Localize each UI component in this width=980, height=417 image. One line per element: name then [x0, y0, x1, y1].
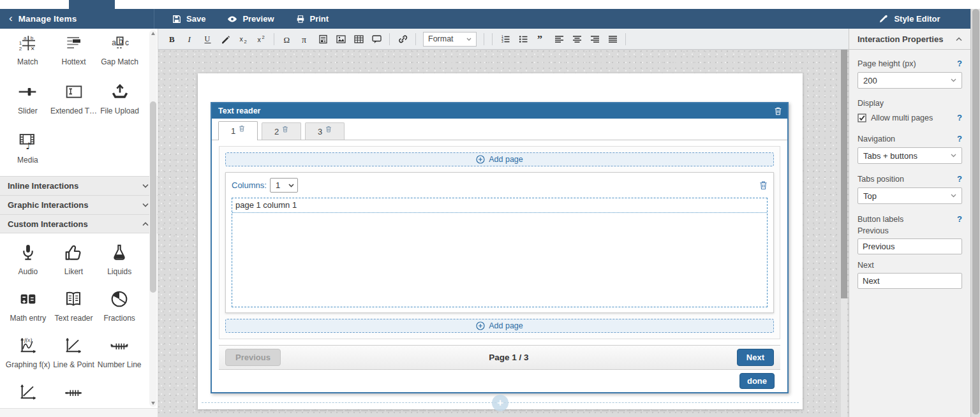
add-page-button-top[interactable]: Add page [225, 152, 774, 166]
columns-select[interactable]: 1 [270, 178, 298, 193]
page-height-help-icon[interactable]: ? [957, 59, 962, 68]
window-scrollbar-thumb[interactable] [972, 9, 979, 414]
align-right-button[interactable] [586, 31, 603, 47]
align-left-button[interactable] [551, 31, 567, 47]
previous-label-input[interactable] [858, 238, 962, 254]
navigation-select[interactable]: Tabs + buttons [858, 147, 962, 164]
palette-item-math-entry[interactable]: Math entry [5, 289, 51, 323]
column-content-zone[interactable]: page 1 column 1 [232, 198, 768, 307]
palette-item-fractions[interactable]: Fractions [96, 289, 142, 323]
page-height-select[interactable]: 200 [858, 72, 962, 89]
delete-column-trash-icon[interactable] [759, 180, 768, 190]
text-reader-widget[interactable]: Text reader 1 2 3 [211, 102, 789, 393]
canvas-scrollbar-thumb[interactable] [841, 50, 847, 298]
blockquote-button[interactable]: ” [533, 31, 549, 47]
add-widget-drop-zone[interactable]: + [202, 402, 799, 403]
column-text-editable[interactable]: page 1 column 1 [232, 198, 767, 213]
interaction-properties-header[interactable]: Interaction Properties [849, 29, 970, 50]
delete-page-trash-icon[interactable] [239, 125, 245, 132]
page-tab-2[interactable]: 2 [262, 122, 301, 140]
palette-item-graphing-fx[interactable]: f(x) Graphing f(x) [5, 335, 51, 369]
link-button[interactable] [394, 31, 411, 47]
add-page-button-bottom[interactable]: Add page [225, 319, 774, 333]
palette-item-hottext[interactable]: Hottext [50, 33, 97, 66]
svg-text:c: c [125, 38, 129, 47]
comment-button[interactable] [368, 31, 385, 47]
section-custom-interactions[interactable]: Custom Interactions [0, 214, 158, 233]
print-label: Print [310, 14, 329, 24]
palette-item-match[interactable]: ab12✕ Match [5, 33, 50, 66]
palette-item-media[interactable]: ♪ Media [5, 131, 50, 165]
next-label-input[interactable] [858, 273, 962, 289]
palette-item-audio[interactable]: Audio [5, 242, 51, 276]
allow-multi-pages-checkbox[interactable] [858, 113, 866, 122]
template-button[interactable] [315, 31, 331, 47]
window-scrollbar[interactable] [970, 9, 980, 417]
tabs-position-select[interactable]: Top [858, 187, 962, 204]
palette-item-text-reader[interactable]: Text reader [51, 289, 97, 323]
tabs-position-help-icon[interactable]: ? [957, 174, 962, 184]
allow-multi-pages-label[interactable]: Allow multi pages [871, 113, 953, 122]
palette-item-number-line[interactable]: Number Line [96, 335, 142, 369]
next-page-button[interactable]: Next [737, 349, 774, 366]
special-character-button[interactable]: Ω [279, 31, 295, 47]
columns-value: 1 [276, 180, 280, 190]
bullet-list-button[interactable] [515, 31, 531, 47]
page-height-value: 200 [863, 76, 877, 85]
palette-item-liquids[interactable]: Liquids [96, 242, 142, 276]
slider-icon [17, 82, 38, 102]
underline-button[interactable]: U [199, 31, 216, 47]
page-tab-3[interactable]: 3 [305, 122, 345, 140]
ordered-list-button[interactable]: 123 [497, 31, 514, 47]
palette-item-line-point[interactable]: Line & Point [51, 335, 97, 369]
section-inline-interactions[interactable]: Inline Interactions [0, 176, 158, 195]
previous-field-label: Previous [858, 226, 962, 235]
table-button[interactable] [350, 31, 367, 47]
scroll-up-arrow-icon[interactable] [151, 32, 155, 35]
palette-item-file-upload[interactable]: File Upload [97, 82, 142, 115]
style-editor-header[interactable]: Style Editor [849, 9, 970, 29]
sidebar-scrollbar[interactable] [149, 30, 157, 407]
print-button[interactable]: Print [296, 14, 329, 24]
italic-button[interactable]: I [181, 31, 198, 47]
svg-text:f(x): f(x) [24, 337, 32, 343]
format-label: Format [428, 34, 454, 43]
navigation-help-icon[interactable]: ? [957, 134, 962, 143]
palette-item-gap-match[interactable]: abc Gap Match [97, 33, 142, 66]
style-editor-panel: Interaction Properties Page height (px) … [849, 29, 970, 417]
interaction-properties-label: Interaction Properties [858, 34, 943, 44]
highlight-pen-button[interactable] [217, 31, 234, 47]
format-dropdown[interactable]: Format [423, 32, 477, 47]
delete-page-trash-icon[interactable] [282, 126, 288, 133]
svg-text:b: b [31, 35, 34, 41]
canvas-scrollbar[interactable] [841, 50, 847, 417]
add-widget-plus-icon[interactable]: + [492, 395, 509, 411]
manage-items-nav[interactable]: ‹ Manage Items [0, 9, 154, 29]
palette-item-likert[interactable]: Likert [51, 242, 97, 276]
math-formula-button[interactable]: π [297, 31, 313, 47]
sidebar-scrollbar-thumb[interactable] [150, 101, 156, 293]
bold-button[interactable]: B [163, 31, 180, 47]
palette-item-extended-text[interactable]: Extended T… [50, 82, 97, 115]
superscript-button[interactable]: x2 [253, 31, 269, 47]
page-tab-1[interactable]: 1 [218, 121, 258, 140]
delete-page-trash-icon[interactable] [325, 126, 332, 133]
display-help-icon[interactable]: ? [957, 113, 962, 122]
palette-item-slider[interactable]: Slider [5, 82, 50, 115]
item-page[interactable]: Text reader 1 2 3 [198, 73, 803, 409]
scroll-down-arrow-icon[interactable] [151, 402, 155, 405]
preview-button[interactable]: Preview [227, 14, 274, 24]
delete-widget-trash-icon[interactable] [774, 106, 782, 115]
button-labels-help-icon[interactable]: ? [957, 214, 962, 224]
image-button[interactable] [332, 31, 349, 47]
section-graphic-interactions[interactable]: Graphic Interactions [0, 195, 158, 214]
pages-container: Add page Columns: 1 [219, 146, 780, 339]
save-button[interactable]: Save [172, 14, 205, 24]
previous-page-button[interactable]: Previous [225, 349, 281, 366]
done-button[interactable]: done [739, 373, 775, 389]
palette-item-label: Likert [64, 267, 83, 276]
back-chevron-icon: ‹ [9, 13, 13, 24]
align-justify-button[interactable] [604, 31, 621, 47]
align-center-button[interactable] [568, 31, 585, 47]
subscript-button[interactable]: x2 [235, 31, 251, 47]
